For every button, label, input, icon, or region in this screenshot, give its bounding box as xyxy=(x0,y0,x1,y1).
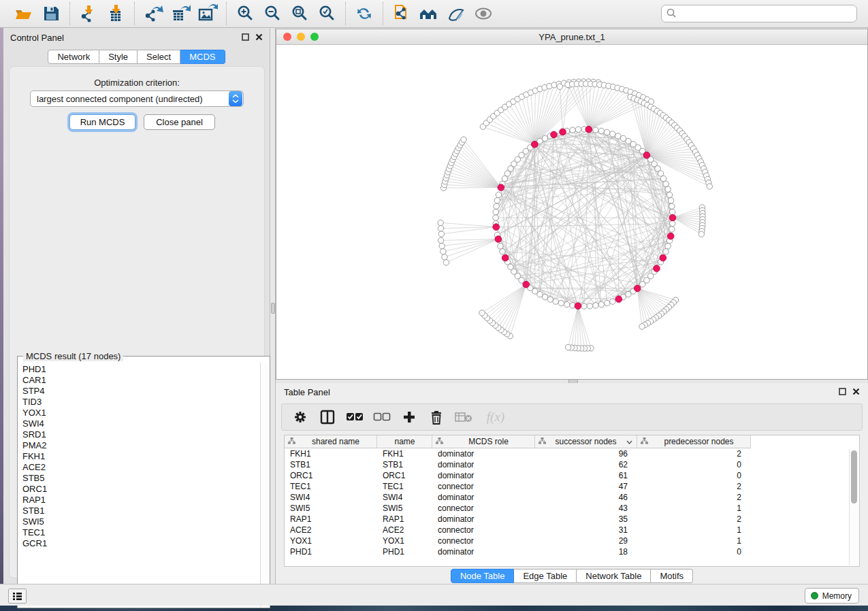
shared-column-icon xyxy=(288,437,298,446)
cell-predecessor-nodes: 0 xyxy=(637,459,751,470)
cell-shared-name: YOX1 xyxy=(285,535,377,546)
table-panel: Table Panel f(x) shared namenameMCDS rol… xyxy=(276,383,868,584)
memory-button[interactable]: Memory xyxy=(805,588,859,604)
new-network-from-selection-icon[interactable] xyxy=(390,3,413,24)
delete-row-icon[interactable] xyxy=(428,408,445,426)
cell-successor-nodes: 29 xyxy=(535,535,637,546)
mcds-result-item[interactable]: FKH1 xyxy=(22,451,261,462)
table-row[interactable]: ACE2ACE2connector311 xyxy=(285,525,751,535)
column-header-shared-name[interactable]: shared name xyxy=(285,435,377,448)
export-table-icon[interactable] xyxy=(169,3,192,24)
table-scrollbar[interactable] xyxy=(849,449,858,565)
import-network-icon[interactable] xyxy=(77,3,100,24)
mcds-result-item[interactable]: SRD1 xyxy=(22,429,261,440)
run-mcds-button[interactable]: Run MCDS xyxy=(69,114,135,130)
table-row[interactable]: RAP1RAP1dominator352 xyxy=(285,514,751,525)
search-box[interactable] xyxy=(661,5,857,22)
mcds-result-item[interactable]: RAP1 xyxy=(22,495,261,506)
vertical-splitter[interactable] xyxy=(270,28,276,584)
mcds-result-item[interactable]: STP4 xyxy=(22,386,261,397)
table-row[interactable]: SWI5SWI5connector431 xyxy=(285,503,751,514)
table-panel-header: Table Panel xyxy=(276,383,868,401)
mcds-result-item[interactable]: SWI4 xyxy=(22,418,261,429)
mcds-result-item[interactable]: STB5 xyxy=(22,473,261,484)
tab-network-table[interactable]: Network Table xyxy=(577,569,651,583)
network-graph[interactable] xyxy=(276,45,867,379)
mcds-result-item[interactable]: TEC1 xyxy=(22,527,261,538)
cell-shared-name: ACE2 xyxy=(285,525,377,535)
tab-mcds[interactable]: MCDS xyxy=(180,50,225,64)
tab-network[interactable]: Network xyxy=(48,50,99,64)
search-input[interactable] xyxy=(677,7,852,20)
table-row[interactable]: TEC1TEC1connector472 xyxy=(285,481,751,492)
mcds-result-item[interactable]: YOX1 xyxy=(22,408,261,418)
column-label: shared name xyxy=(298,437,376,446)
mcds-result-item[interactable]: CAR1 xyxy=(22,375,261,386)
tab-select[interactable]: Select xyxy=(138,50,180,64)
mcds-result-item[interactable]: STB1 xyxy=(22,506,261,516)
cell-predecessor-nodes: 2 xyxy=(637,448,751,459)
cell-MCDS-role: dominator xyxy=(432,459,535,470)
splitter-handle[interactable] xyxy=(271,303,275,314)
tab-motifs[interactable]: Motifs xyxy=(651,569,693,583)
zoom-selected-icon[interactable] xyxy=(315,3,338,24)
close-panel-button[interactable]: Close panel xyxy=(144,114,215,130)
open-session-icon[interactable] xyxy=(12,3,35,24)
column-header-successor-nodes[interactable]: successor nodes xyxy=(535,435,637,448)
mcds-result-item[interactable]: SWI5 xyxy=(22,516,261,527)
cell-MCDS-role: dominator xyxy=(432,492,535,503)
deselect-all-icon[interactable] xyxy=(373,408,391,426)
mcds-result-list[interactable]: PHD1CAR1STP4TID3YOX1SWI4SRD1PMA2FKH1ACE2… xyxy=(18,363,261,607)
zoom-fit-icon[interactable] xyxy=(288,3,311,24)
column-header-name[interactable]: name xyxy=(377,435,432,448)
mcds-result-item[interactable]: TID3 xyxy=(22,397,261,408)
hide-selected-icon[interactable] xyxy=(445,3,468,24)
mcds-result-item[interactable]: PHD1 xyxy=(22,364,261,375)
import-table-icon[interactable] xyxy=(104,3,127,24)
tab-edge-table[interactable]: Edge Table xyxy=(514,569,577,583)
column-header-predecessor-nodes[interactable]: predecessor nodes xyxy=(637,435,751,448)
optimization-criterion-select[interactable]: largest connected component (undirected) xyxy=(30,90,244,107)
mcds-list-scrollbar[interactable] xyxy=(260,363,269,607)
close-panel-icon[interactable] xyxy=(255,33,263,43)
table-row[interactable]: SWI4SWI4dominator462 xyxy=(285,492,751,503)
network-canvas[interactable] xyxy=(276,45,867,379)
mcds-result-item[interactable]: GCR1 xyxy=(22,538,261,549)
refresh-icon[interactable] xyxy=(353,3,376,24)
node-table[interactable]: shared namenameMCDS rolesuccessor nodesp… xyxy=(284,435,860,567)
float-panel-icon[interactable] xyxy=(839,387,846,397)
column-header-MCDS-role[interactable]: MCDS role xyxy=(432,435,535,448)
add-row-icon[interactable] xyxy=(400,408,418,426)
close-panel-icon[interactable] xyxy=(852,387,860,397)
table-row[interactable]: STB1STB1dominator620 xyxy=(285,459,751,470)
network-window-titlebar[interactable]: YPA_prune.txt_1 xyxy=(276,29,867,45)
tab-node-table[interactable]: Node Table xyxy=(451,569,515,583)
cell-name: ACE2 xyxy=(377,525,432,535)
float-panel-icon[interactable] xyxy=(242,33,249,43)
show-all-icon[interactable] xyxy=(472,3,495,24)
first-neighbors-icon[interactable] xyxy=(417,3,440,24)
table-row[interactable]: ORC1ORC1dominator610 xyxy=(285,470,751,481)
export-network-icon[interactable] xyxy=(142,3,165,24)
function-builder-icon: f(x) xyxy=(482,408,509,426)
table-row[interactable]: PHD1PHD1dominator180 xyxy=(285,546,751,557)
cell-name: YOX1 xyxy=(377,535,432,546)
zoom-in-icon[interactable] xyxy=(234,3,257,24)
node-table-header: shared namenameMCDS rolesuccessor nodesp… xyxy=(285,435,751,448)
mcds-result-item[interactable]: ORC1 xyxy=(22,484,261,495)
table-row[interactable]: FKH1FKH1dominator962 xyxy=(285,448,751,459)
show-panels-button[interactable] xyxy=(8,589,27,604)
scrollbar-thumb[interactable] xyxy=(851,450,857,503)
mcds-result-title: MCDS result (17 nodes) xyxy=(23,351,123,361)
mcds-result-item[interactable]: PMA2 xyxy=(22,440,261,451)
export-image-icon[interactable] xyxy=(196,3,219,24)
table-row[interactable]: YOX1YOX1connector291 xyxy=(285,535,751,546)
memory-label: Memory xyxy=(822,591,852,601)
zoom-out-icon[interactable] xyxy=(261,3,284,24)
mcds-result-item[interactable]: ACE2 xyxy=(22,462,261,473)
save-session-icon[interactable] xyxy=(39,3,63,24)
split-view-icon[interactable] xyxy=(319,408,336,426)
select-all-icon[interactable] xyxy=(346,408,364,426)
settings-icon[interactable] xyxy=(291,408,309,426)
tab-style[interactable]: Style xyxy=(99,50,138,64)
